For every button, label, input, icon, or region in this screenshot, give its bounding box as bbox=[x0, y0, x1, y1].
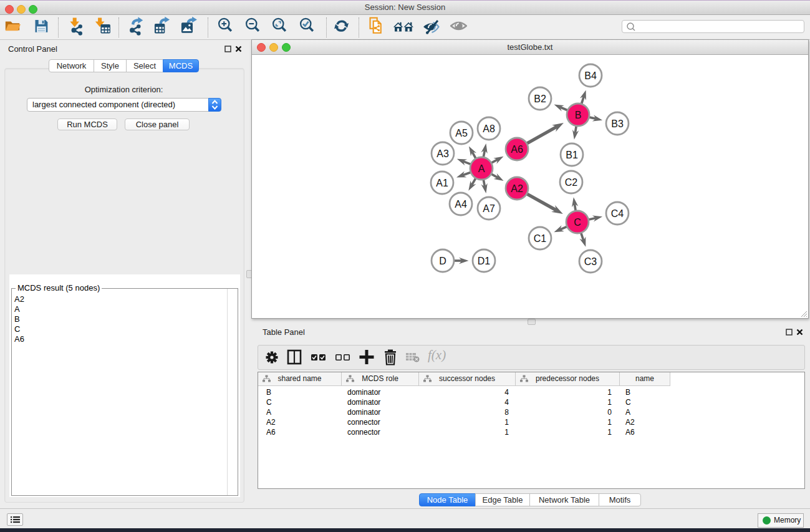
svg-text:B1: B1 bbox=[566, 150, 578, 160]
svg-text:A4: A4 bbox=[455, 199, 467, 210]
svg-text:B: B bbox=[575, 110, 582, 120]
svg-text:C1: C1 bbox=[534, 233, 547, 244]
svg-text:A2: A2 bbox=[511, 183, 523, 194]
svg-text:C: C bbox=[574, 217, 581, 228]
svg-text:A: A bbox=[478, 163, 485, 174]
svg-text:C4: C4 bbox=[611, 208, 624, 219]
svg-text:C2: C2 bbox=[565, 177, 578, 188]
svg-text:A1: A1 bbox=[436, 178, 448, 188]
svg-text:A3: A3 bbox=[436, 148, 449, 159]
svg-text:A5: A5 bbox=[455, 128, 468, 138]
svg-text:C3: C3 bbox=[584, 256, 597, 267]
svg-text:B2: B2 bbox=[534, 94, 546, 104]
svg-text:D: D bbox=[439, 256, 446, 266]
svg-text:B3: B3 bbox=[611, 118, 624, 129]
svg-text:A8: A8 bbox=[483, 123, 495, 134]
svg-text:D1: D1 bbox=[478, 256, 491, 266]
svg-text:A7: A7 bbox=[483, 203, 495, 214]
svg-text:B4: B4 bbox=[584, 70, 597, 81]
svg-text:A6: A6 bbox=[511, 144, 523, 155]
